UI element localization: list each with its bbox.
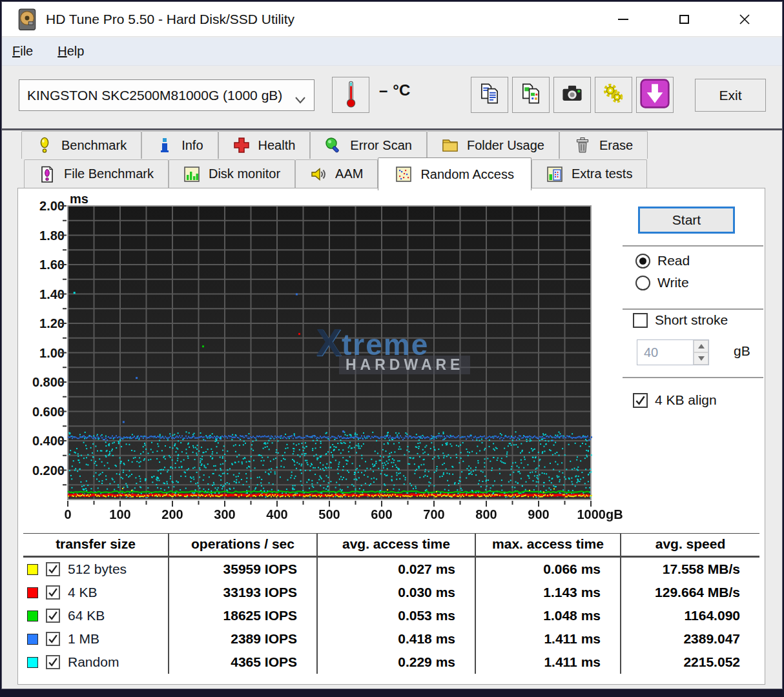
avg-speed-value: 2215.052	[621, 651, 759, 674]
results-table: transfer sizeoperations / secavg. access…	[23, 533, 759, 674]
copy-image-icon	[520, 83, 542, 107]
tab-label: Folder Usage	[467, 138, 544, 153]
x-axis-tick-label: 900	[506, 507, 571, 522]
tab-label: File Benchmark	[64, 167, 154, 181]
tab-erase[interactable]: Erase	[559, 131, 648, 159]
copy-text-button[interactable]	[471, 77, 508, 113]
column-header: max. access time	[476, 533, 621, 558]
temperature-unit: °C	[393, 81, 410, 99]
series-checkbox[interactable]	[46, 632, 60, 646]
tab-health[interactable]: Health	[218, 131, 311, 159]
folder-usage-icon	[442, 137, 459, 154]
tab-file-benchmark[interactable]: File Benchmark	[24, 159, 169, 188]
tab-benchmark[interactable]: Benchmark	[21, 131, 141, 159]
transfer-size-label: Random	[68, 651, 119, 674]
error-scan-icon	[325, 137, 342, 154]
tab-extra-tests[interactable]: Extra tests	[531, 159, 647, 188]
screenshot-button[interactable]	[553, 77, 591, 113]
tab-random-access[interactable]: Random Access	[378, 157, 531, 190]
app-icon	[17, 8, 37, 30]
write-option: Write	[635, 275, 689, 290]
column-header: transfer size	[23, 533, 169, 558]
access-time-chart	[59, 205, 593, 509]
title-bar: HD Tune Pro 5.50 - Hard Disk/SSD Utility	[2, 2, 782, 37]
drive-select[interactable]: KINGSTON SKC2500M81000G (1000 gB)	[19, 79, 315, 111]
spin-up-button[interactable]	[694, 340, 708, 352]
menu-bar: File Help	[2, 37, 782, 66]
menu-help[interactable]: Help	[57, 44, 84, 59]
save-results-button[interactable]	[636, 77, 674, 113]
y-axis-tick-label: 1.60	[18, 258, 65, 272]
series-checkbox[interactable]	[46, 609, 60, 623]
short-stroke-unit-label: gB	[734, 343, 750, 359]
caption-buttons	[604, 2, 782, 36]
max-access-value: 1.411 ms	[476, 651, 621, 674]
tab-label: Random Access	[420, 167, 514, 182]
maximize-button[interactable]	[665, 5, 703, 34]
transfer-size-label: 4 KB	[68, 581, 98, 604]
app-window: HD Tune Pro 5.50 - Hard Disk/SSD Utility…	[1, 1, 783, 689]
separator	[623, 245, 763, 247]
y-axis-tick-label: 1.40	[18, 287, 65, 301]
kb-align-checkbox[interactable]	[633, 393, 648, 408]
transfer-size-label: 512 bytes	[68, 558, 127, 581]
short-stroke-checkbox[interactable]	[633, 313, 648, 328]
table-row-transfer-size: 1 MB	[23, 627, 169, 651]
menu-file[interactable]: File	[12, 44, 33, 59]
tab-disk-monitor[interactable]: Disk monitor	[169, 159, 295, 188]
short-stroke-size-value: 40	[637, 340, 693, 365]
short-stroke-label: Short stroke	[655, 312, 728, 328]
erase-icon	[574, 137, 591, 154]
window-title: HD Tune Pro 5.50 - Hard Disk/SSD Utility	[46, 12, 294, 27]
random-access-panel: ms 2.001.801.601.401.201.000.8000.6000.4…	[17, 188, 765, 685]
series-color-swatch	[27, 634, 38, 645]
toolbar-buttons	[471, 77, 674, 113]
tab-info[interactable]: Info	[141, 131, 218, 159]
y-axis-tick-label: 0.800	[18, 375, 65, 389]
tab-label: Health	[258, 138, 296, 153]
series-color-swatch	[27, 587, 38, 598]
tab-label: AAM	[335, 167, 363, 181]
close-button[interactable]	[725, 5, 764, 34]
maximize-icon	[679, 15, 689, 24]
read-option: Read	[635, 253, 690, 268]
series-checkbox[interactable]	[46, 562, 60, 576]
minimize-icon	[618, 19, 628, 20]
avg-speed-value: 129.664 MB/s	[621, 581, 759, 604]
tab-folder-usage[interactable]: Folder Usage	[427, 131, 559, 159]
kb-align-label: 4 KB align	[655, 392, 717, 408]
y-axis-tick-label: 1.00	[18, 346, 65, 360]
toolbar: KINGSTON SKC2500M81000G (1000 gB) – °C E…	[2, 66, 782, 128]
series-color-swatch	[27, 657, 38, 668]
operations-value: 33193 IOPS	[169, 581, 318, 604]
short-stroke-size-input[interactable]: 40	[637, 339, 709, 365]
menu-help-rest: elp	[67, 44, 85, 58]
access-time-chart-zone: ms 2.001.801.601.401.201.000.8000.6000.4…	[18, 188, 765, 529]
series-checkbox[interactable]	[46, 655, 60, 669]
read-radio[interactable]	[635, 254, 650, 268]
tab-label: Error Scan	[350, 138, 412, 153]
aam-icon	[310, 166, 327, 183]
tab-aam[interactable]: AAM	[295, 159, 378, 188]
spin-down-button[interactable]	[694, 352, 708, 365]
y-axis-tick-label: 0.400	[18, 434, 65, 448]
y-axis-tick-label: 0.200	[18, 463, 65, 478]
tab-strip: BenchmarkInfoHealthError ScanFolder Usag…	[2, 130, 782, 188]
tab-error-scan[interactable]: Error Scan	[310, 131, 427, 159]
copy-image-button[interactable]	[512, 77, 550, 113]
temperature-readout: – °C	[379, 81, 410, 99]
table-row-transfer-size: Random	[23, 651, 169, 674]
start-button[interactable]: Start	[638, 207, 735, 234]
write-radio[interactable]	[635, 276, 650, 290]
avg-speed-value: 17.558 MB/s	[621, 558, 759, 581]
tab-label: Info	[181, 138, 203, 153]
temperature-button[interactable]	[332, 77, 369, 113]
transfer-size-label: 1 MB	[68, 627, 99, 651]
settings-button[interactable]	[595, 77, 632, 113]
file-benchmark-icon	[39, 166, 56, 183]
transfer-size-label: 64 KB	[68, 604, 105, 627]
exit-button[interactable]: Exit	[695, 79, 766, 112]
series-checkbox[interactable]	[46, 585, 60, 600]
kb-align-option: 4 KB align	[633, 392, 717, 408]
minimize-button[interactable]	[604, 5, 643, 34]
